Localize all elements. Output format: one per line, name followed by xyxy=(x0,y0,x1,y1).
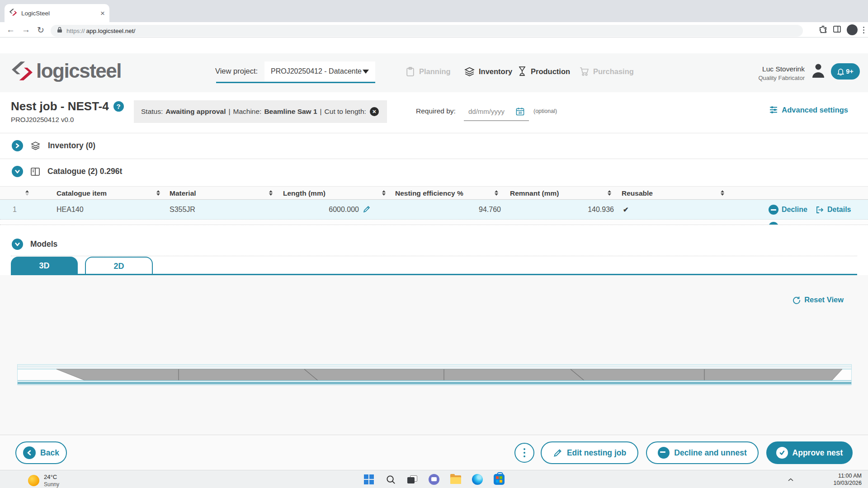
reset-view-label: Reset View xyxy=(804,296,844,304)
back-button[interactable]: Back xyxy=(15,441,67,464)
task-view-icon[interactable] xyxy=(406,474,418,485)
catalogue-book-icon xyxy=(30,167,40,176)
forward-icon[interactable]: → xyxy=(22,22,30,38)
cut-to-length-label: Cut to length: xyxy=(325,108,366,116)
chat-icon[interactable] xyxy=(428,474,440,485)
edit-nesting-job-button[interactable]: Edit nesting job xyxy=(541,441,638,464)
store-icon[interactable] xyxy=(493,474,505,485)
extensions-icon[interactable] xyxy=(819,25,827,35)
nav-inventory[interactable]: Inventory xyxy=(464,63,512,80)
model-3d-viewport[interactable]: Reset View xyxy=(0,275,868,435)
decline-row-button[interactable]: Decline xyxy=(769,200,807,220)
file-explorer-icon[interactable] xyxy=(450,474,462,485)
user-avatar-icon[interactable] xyxy=(811,62,826,80)
date-placeholder: dd/mm/yyyy xyxy=(468,108,512,115)
decline-label: Decline xyxy=(782,200,807,220)
nav-inventory-label: Inventory xyxy=(479,67,512,76)
table-row[interactable]: 1 HEA140 S355JR 6000.000 94.760 140.936 … xyxy=(0,200,868,220)
production-icon xyxy=(517,66,527,77)
chevron-right-icon[interactable] xyxy=(12,140,23,151)
more-actions-button[interactable] xyxy=(514,443,534,463)
start-button[interactable] xyxy=(363,474,375,485)
divider xyxy=(0,159,868,159)
clipboard-icon xyxy=(405,66,415,77)
sort-catalogue-item[interactable] xyxy=(156,190,160,196)
details-icon xyxy=(816,206,824,214)
nav-production[interactable]: Production xyxy=(517,63,570,80)
notifications-button[interactable]: 9+ xyxy=(831,63,860,80)
inventory-section-label: Inventory (0) xyxy=(48,141,95,150)
edge-icon[interactable] xyxy=(472,474,483,485)
cut-to-length-off-icon[interactable]: ✕ xyxy=(370,107,379,116)
sort-material[interactable] xyxy=(269,190,273,196)
col-remnant: Remnant (mm) xyxy=(510,187,559,200)
tab-close-icon[interactable]: × xyxy=(100,9,105,17)
browser-menu-icon[interactable] xyxy=(863,27,864,33)
tab-2d-label: 2D xyxy=(113,262,124,271)
sort-remnant[interactable] xyxy=(608,190,611,196)
advanced-settings-button[interactable]: Advanced settings xyxy=(769,105,848,114)
details-row-button[interactable]: Details xyxy=(816,200,851,220)
models-section-label: Models xyxy=(30,239,57,249)
beam-3d-view[interactable] xyxy=(17,364,852,386)
side-panel-icon[interactable] xyxy=(833,25,841,35)
sort-row-number[interactable] xyxy=(25,190,29,196)
chevron-left-icon xyxy=(23,446,36,459)
nav-planning[interactable]: Planning xyxy=(405,63,451,80)
status-bar: Status: Awaiting approval | Machine: Bea… xyxy=(134,100,387,123)
chevron-down-icon[interactable] xyxy=(12,239,23,250)
edit-length-icon[interactable] xyxy=(363,205,371,214)
nav-purchasing[interactable]: Purchasing xyxy=(579,63,634,80)
user-info[interactable]: Luc Stoverink Quality Fabricator xyxy=(758,65,805,81)
chevron-down-icon[interactable] xyxy=(12,166,23,177)
catalogue-section-label: Catalogue (2) 0.296t xyxy=(47,167,122,176)
tab-3d[interactable]: 3D xyxy=(11,257,78,275)
decline-and-unnest-button[interactable]: Decline and unnest xyxy=(646,441,759,464)
url-bar[interactable]: https:// app.logicsteel.net/ xyxy=(51,25,803,37)
dotted-divider xyxy=(11,256,857,256)
page-title-row: Nest job - NEST-4 ? xyxy=(11,99,124,113)
project-dropdown-value: PROJ20250412 - Datacente xyxy=(271,67,363,75)
url-host: app.logicsteel.net/ xyxy=(86,28,136,34)
cart-icon xyxy=(579,66,590,77)
decline-and-unnest-label: Decline and unnest xyxy=(674,448,746,458)
nav-planning-label: Planning xyxy=(419,67,451,76)
tray-chevron-icon[interactable] xyxy=(788,476,794,484)
logicsteel-logo[interactable]: logicsteel xyxy=(11,60,121,82)
search-icon[interactable] xyxy=(385,474,396,485)
section-catalogue[interactable]: Catalogue (2) 0.296t xyxy=(12,166,122,177)
user-name: Luc Stoverink xyxy=(758,65,805,73)
cell-remnant: 140.936 xyxy=(520,200,614,220)
tab-2d[interactable]: 2D xyxy=(85,257,153,275)
table-row-partial[interactable] xyxy=(0,220,868,225)
browser-tab[interactable]: LogicSteel × xyxy=(5,4,109,22)
reload-icon[interactable]: ↻ xyxy=(37,22,44,38)
chevron-down-icon xyxy=(363,70,369,74)
lock-icon xyxy=(57,27,62,35)
required-by-date-input[interactable]: dd/mm/yyyy 30 xyxy=(464,102,529,121)
reset-view-button[interactable]: Reset View xyxy=(793,296,844,304)
clock-time: 11:00 AM xyxy=(833,473,862,480)
status-label: Status: xyxy=(141,108,163,116)
calendar-icon[interactable]: 30 xyxy=(516,107,524,116)
edit-nesting-job-label: Edit nesting job xyxy=(567,448,626,458)
back-icon[interactable]: ← xyxy=(6,22,15,38)
browser-avatar[interactable] xyxy=(847,24,858,35)
sort-reusable[interactable] xyxy=(721,190,724,196)
advanced-settings-label: Advanced settings xyxy=(782,106,848,114)
sun-icon xyxy=(28,475,39,486)
project-dropdown[interactable]: PROJ20250412 - Datacente xyxy=(264,61,375,81)
sort-nesting-efficiency[interactable] xyxy=(495,190,498,196)
approve-nest-button[interactable]: Approve nest xyxy=(766,441,853,464)
machine-label: Machine: xyxy=(233,108,262,116)
weather-widget[interactable]: 24°C Sunny xyxy=(28,474,59,488)
bell-icon xyxy=(837,68,844,75)
favicon xyxy=(9,8,17,18)
section-inventory[interactable]: Inventory (0) xyxy=(12,140,95,151)
help-icon[interactable]: ? xyxy=(113,101,124,112)
sort-length[interactable] xyxy=(382,190,386,196)
section-models[interactable]: Models xyxy=(12,239,57,250)
taskbar-clock[interactable]: 11:00 AM 10/03/2026 xyxy=(833,473,862,487)
reset-icon xyxy=(793,296,801,304)
page-title: Nest job - NEST-4 xyxy=(11,99,109,113)
